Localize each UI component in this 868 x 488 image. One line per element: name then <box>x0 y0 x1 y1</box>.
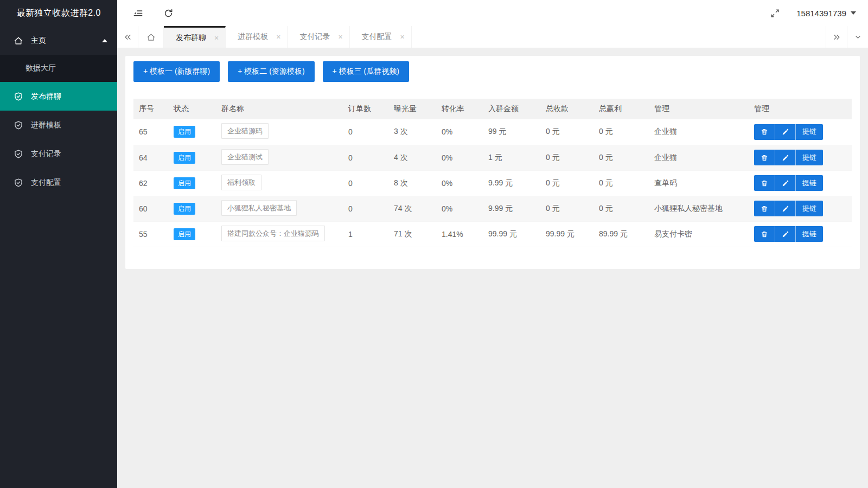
trash-icon <box>761 179 768 187</box>
pencil-icon <box>782 230 789 238</box>
tab-pay-records[interactable]: 支付记录 × <box>288 26 349 48</box>
row-amount: 9.99 元 <box>483 170 540 196</box>
extract-link-button[interactable]: 提链 <box>795 226 823 242</box>
row-actions: 提链 <box>754 201 823 216</box>
edit-button[interactable] <box>775 150 795 165</box>
table-row: 62 启用 福利领取 0 8 次 0% 9.99 元 0 元 0 元 查单码 <box>133 170 852 196</box>
row-orders: 0 <box>343 145 388 170</box>
status-badge: 启用 <box>174 228 195 240</box>
extract-link-button[interactable]: 提链 <box>795 175 823 191</box>
pencil-icon <box>782 154 789 162</box>
sidebar-item-pay-config[interactable]: 支付配置 <box>0 168 117 197</box>
col-profit: 总赢利 <box>593 99 649 119</box>
add-template1-button[interactable]: + 模板一 (新版群聊) <box>133 61 220 82</box>
user-menu[interactable]: 15814391739 <box>796 9 856 18</box>
close-icon[interactable]: × <box>400 33 405 41</box>
collapse-menu-icon[interactable] <box>133 8 143 18</box>
pencil-icon <box>782 205 789 213</box>
delete-button[interactable] <box>754 124 775 140</box>
table-row: 60 启用 小狐狸私人秘密基地 0 74 次 0% 9.99 元 0 元 0 元… <box>133 196 852 221</box>
col-amount: 入群金额 <box>483 99 540 119</box>
row-id: 64 <box>133 145 168 170</box>
tab-publish-group[interactable]: 发布群聊 × <box>164 26 226 48</box>
row-admin: 企业猫 <box>649 145 749 170</box>
edit-button[interactable] <box>775 201 795 216</box>
group-name-box: 企业猫源码 <box>221 123 269 139</box>
sidebar-item-join-template[interactable]: 进群模板 <box>0 111 117 139</box>
extract-link-button[interactable]: 提链 <box>795 150 823 165</box>
add-template2-button[interactable]: + 模板二 (资源模板) <box>228 61 314 82</box>
row-orders: 0 <box>343 170 388 196</box>
content-card: + 模板一 (新版群聊) + 模板二 (资源模板) + 模板三 (瓜群视频) 序… <box>125 56 860 269</box>
group-name-box: 搭建同款公众号：企业猫源码 <box>221 226 325 241</box>
extract-link-button[interactable]: 提链 <box>795 201 823 216</box>
row-admin: 查单码 <box>649 170 749 196</box>
sidebar-item-label: 数据大厅 <box>25 63 56 73</box>
row-actions: 提链 <box>754 124 823 140</box>
fullscreen-icon[interactable] <box>770 8 780 18</box>
groups-table: 序号 状态 群名称 订单数 曝光量 转化率 入群金额 总收款 总赢利 管理 管理 <box>133 99 852 247</box>
delete-button[interactable] <box>754 226 775 242</box>
row-profit: 89.99 元 <box>593 221 649 247</box>
row-actions: 提链 <box>754 150 823 165</box>
tab-spacer <box>412 26 826 48</box>
home-icon <box>146 33 156 42</box>
tabs-scroll-left-icon[interactable] <box>117 26 138 48</box>
row-profit: 0 元 <box>593 145 649 170</box>
table-row: 64 启用 企业猫测试 0 4 次 0% 1 元 0 元 0 元 企业猫 <box>133 145 852 170</box>
row-profit: 0 元 <box>593 196 649 221</box>
tab-pay-config[interactable]: 支付配置 × <box>350 26 412 48</box>
sidebar-item-label: 发布群聊 <box>31 92 61 101</box>
delete-button[interactable] <box>754 175 775 191</box>
refresh-icon[interactable] <box>163 8 174 18</box>
delete-button[interactable] <box>754 201 775 216</box>
close-icon[interactable]: × <box>214 34 219 42</box>
col-group-name: 群名称 <box>216 99 343 119</box>
row-income: 0 元 <box>540 170 593 196</box>
row-admin: 企业猫 <box>649 119 749 145</box>
col-admin: 管理 <box>649 99 749 119</box>
shield-check-icon <box>14 178 23 188</box>
delete-button[interactable] <box>754 150 775 165</box>
trash-icon <box>761 154 768 162</box>
col-income: 总收款 <box>540 99 593 119</box>
close-icon[interactable]: × <box>276 33 280 41</box>
page-content: + 模板一 (新版群聊) + 模板二 (资源模板) + 模板三 (瓜群视频) 序… <box>117 48 868 488</box>
extract-link-button[interactable]: 提链 <box>795 124 823 140</box>
row-profit: 0 元 <box>593 170 649 196</box>
sidebar-item-label: 主页 <box>31 36 46 46</box>
status-badge: 启用 <box>174 126 195 138</box>
row-admin: 易支付卡密 <box>649 221 749 247</box>
col-id: 序号 <box>133 99 168 119</box>
row-orders: 0 <box>343 119 388 145</box>
edit-button[interactable] <box>775 226 795 242</box>
row-rate: 0% <box>436 196 483 221</box>
edit-button[interactable] <box>775 124 795 140</box>
tab-join-template[interactable]: 进群模板 × <box>226 26 288 48</box>
sidebar-item-home[interactable]: 主页 <box>0 26 117 55</box>
app-title: 最新独立收款进群2.0 <box>0 0 117 26</box>
edit-button[interactable] <box>775 175 795 191</box>
table-header-row: 序号 状态 群名称 订单数 曝光量 转化率 入群金额 总收款 总赢利 管理 管理 <box>133 99 852 119</box>
row-rate: 1.41% <box>436 221 483 247</box>
username: 15814391739 <box>796 9 846 18</box>
tabs-scroll-right-icon[interactable] <box>826 26 847 48</box>
trash-icon <box>761 128 768 136</box>
row-id: 62 <box>133 170 168 196</box>
group-name-box: 企业猫测试 <box>221 149 269 165</box>
row-admin: 小狐狸私人秘密基地 <box>649 196 749 221</box>
tabs-menu-chevron-icon[interactable] <box>847 26 868 48</box>
table-row: 55 启用 搭建同款公众号：企业猫源码 1 71 次 1.41% 99.99 元… <box>133 221 852 247</box>
row-income: 99.99 元 <box>540 221 593 247</box>
close-icon[interactable]: × <box>338 33 342 41</box>
trash-icon <box>761 230 768 238</box>
row-amount: 99.99 元 <box>483 221 540 247</box>
sidebar-item-data-hall[interactable]: 数据大厅 <box>0 55 117 82</box>
tab-home[interactable] <box>138 26 164 48</box>
tab-label: 进群模板 <box>238 32 268 42</box>
template-toolbar: + 模板一 (新版群聊) + 模板二 (资源模板) + 模板三 (瓜群视频) <box>133 61 852 82</box>
sidebar-item-pay-records[interactable]: 支付记录 <box>0 139 117 168</box>
sidebar-item-publish-group[interactable]: 发布群聊 <box>0 82 117 111</box>
add-template3-button[interactable]: + 模板三 (瓜群视频) <box>323 61 409 82</box>
group-name-box: 小狐狸私人秘密基地 <box>221 200 297 216</box>
